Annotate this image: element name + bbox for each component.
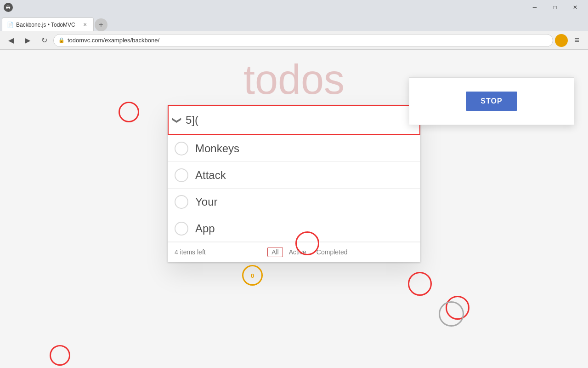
todo-item-1: Monkeys xyxy=(168,135,420,162)
lock-icon: 🔒 xyxy=(58,37,65,43)
back-button[interactable]: ◀ xyxy=(4,33,18,48)
tab-title: Backbone.js • TodoMVC xyxy=(16,22,79,28)
todo-app: todos ❯ Monkeys Attack xyxy=(168,59,420,368)
browser-tab-active[interactable]: 📄 Backbone.js • TodoMVC ✕ xyxy=(2,17,94,31)
todo-checkbox-1[interactable] xyxy=(175,142,188,155)
close-button[interactable]: ✕ xyxy=(566,0,584,15)
filter-active-button[interactable]: Active xyxy=(285,247,311,257)
todo-input-row: ❯ xyxy=(168,105,420,135)
todo-text-3: Your xyxy=(195,196,218,208)
browser-chrome: 🕶 ─ □ ✕ 📄 Backbone.js • TodoMVC ✕ + ◀ ▶ … xyxy=(0,0,588,50)
todo-item-3: Your xyxy=(168,189,420,215)
forward-button[interactable]: ▶ xyxy=(20,33,35,48)
tab-close-button[interactable]: ✕ xyxy=(81,21,89,29)
minimize-button[interactable]: ─ xyxy=(526,0,544,15)
todo-list: Monkeys Attack Your App xyxy=(168,135,420,242)
todo-text-4: App xyxy=(195,222,215,235)
maximize-button[interactable]: □ xyxy=(546,0,564,15)
items-left-count: 4 items left xyxy=(175,248,206,256)
app-title: todos xyxy=(168,59,420,100)
todo-item-4: App xyxy=(168,215,420,242)
menu-button[interactable]: ≡ xyxy=(570,33,584,48)
toggle-all-button[interactable]: ❯ xyxy=(172,116,183,124)
todo-footer: 4 items left All Active Completed xyxy=(168,242,420,262)
todo-text-1: Monkeys xyxy=(195,142,239,155)
nav-bar: ◀ ▶ ↻ 🔒 todomvc.com/examples/backbone/ ≡ xyxy=(0,31,588,50)
page-content: todos ❯ Monkeys Attack xyxy=(0,50,588,368)
todo-checkbox-2[interactable] xyxy=(175,168,188,182)
todo-text-2: Attack xyxy=(195,169,226,182)
filter-all-button[interactable]: All xyxy=(267,247,283,257)
address-bar[interactable]: 🔒 todomvc.com/examples/backbone/ xyxy=(53,34,553,47)
stop-button[interactable]: STOP xyxy=(466,92,517,111)
filter-completed-button[interactable]: Completed xyxy=(312,247,352,257)
tab-favicon: 📄 xyxy=(7,22,13,28)
browser-icon: 🕶 xyxy=(4,3,13,12)
title-bar-controls: ─ □ ✕ xyxy=(526,0,584,15)
todo-new-input[interactable] xyxy=(186,114,415,126)
todo-item-2: Attack xyxy=(168,162,420,189)
filter-buttons: All Active Completed xyxy=(267,247,351,257)
new-tab-button[interactable]: + xyxy=(95,18,107,31)
url-text: todomvc.com/examples/backbone/ xyxy=(68,37,548,44)
tab-bar: 📄 Backbone.js • TodoMVC ✕ + xyxy=(0,15,588,31)
todo-checkbox-3[interactable] xyxy=(175,195,188,209)
stop-overlay: STOP xyxy=(409,77,574,125)
todo-container: ❯ Monkeys Attack Your xyxy=(168,105,420,262)
title-bar: 🕶 ─ □ ✕ xyxy=(0,0,588,15)
todo-checkbox-4[interactable] xyxy=(175,222,188,236)
profile-button[interactable] xyxy=(555,34,568,47)
reload-button[interactable]: ↻ xyxy=(37,33,51,48)
